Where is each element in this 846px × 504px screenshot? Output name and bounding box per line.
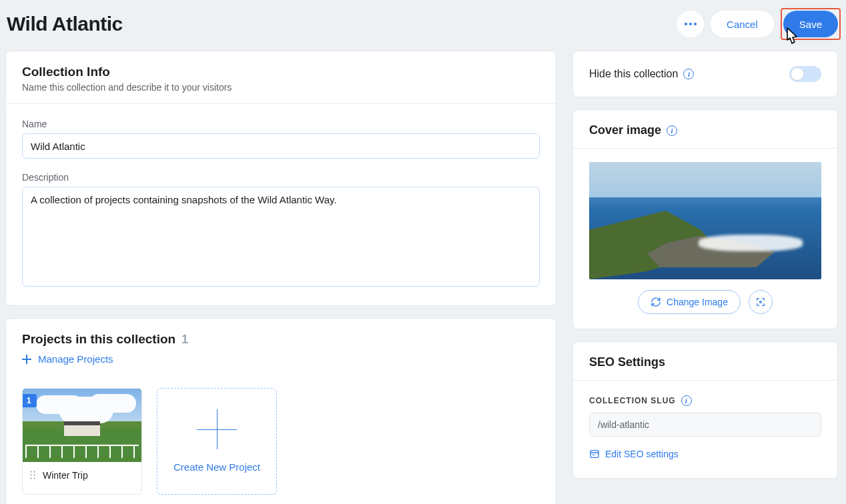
project-order-badge: 1 <box>22 394 37 407</box>
more-actions-button[interactable] <box>677 11 704 37</box>
cover-image-title: Cover image <box>589 123 661 137</box>
hide-collection-label: Hide this collection <box>589 68 678 80</box>
description-textarea[interactable] <box>22 187 540 287</box>
projects-count: 1 <box>181 332 189 346</box>
collection-info-card: Collection Info Name this collection and… <box>5 51 556 306</box>
svg-point-0 <box>760 301 762 303</box>
project-card[interactable]: 1 Winter Trip <box>22 388 142 495</box>
cover-image-card: Cover image i Change Image <box>572 109 838 329</box>
project-name: Winter Trip <box>43 470 88 481</box>
manage-projects-link[interactable]: Manage Projects <box>22 353 113 365</box>
collection-info-title: Collection Info <box>22 65 540 79</box>
info-icon[interactable]: i <box>683 69 694 79</box>
cover-image-preview <box>589 162 821 279</box>
focal-point-button[interactable] <box>749 290 773 314</box>
plus-icon <box>22 355 31 364</box>
page-title: Wild Atlantic <box>7 13 123 35</box>
edit-seo-settings-label: Edit SEO settings <box>605 449 679 459</box>
change-image-label: Change Image <box>667 297 728 307</box>
settings-panel-icon <box>589 449 600 459</box>
seo-settings-card: SEO Settings COLLECTION SLUG i Edit SEO … <box>572 341 838 479</box>
seo-settings-title: SEO Settings <box>589 355 665 369</box>
plus-large-icon <box>197 409 237 449</box>
save-button[interactable]: Save <box>783 11 838 37</box>
info-icon[interactable]: i <box>681 395 692 406</box>
create-new-project-label: Create New Project <box>173 461 260 473</box>
projects-card: Projects in this collection 1 Manage Pro… <box>5 318 556 504</box>
project-thumbnail <box>23 389 141 462</box>
name-input[interactable] <box>22 133 540 159</box>
drag-handle-icon[interactable] <box>29 470 36 481</box>
edit-seo-settings-link[interactable]: Edit SEO settings <box>589 449 679 459</box>
hide-collection-toggle[interactable] <box>789 66 821 82</box>
info-icon[interactable]: i <box>667 125 677 136</box>
ellipsis-icon <box>685 23 697 25</box>
refresh-icon <box>651 297 661 307</box>
change-image-button[interactable]: Change Image <box>638 290 741 314</box>
name-label: Name <box>22 119 540 129</box>
manage-projects-label: Manage Projects <box>38 353 113 365</box>
collection-info-subtitle: Name this collection and describe it to … <box>22 82 540 93</box>
focal-point-icon <box>755 297 766 307</box>
collection-slug-label: COLLECTION SLUG <box>589 396 676 405</box>
description-label: Description <box>22 172 540 183</box>
collection-slug-input[interactable] <box>589 413 821 437</box>
projects-title: Projects in this collection <box>22 332 175 346</box>
svg-rect-1 <box>590 451 598 458</box>
cancel-button[interactable]: Cancel <box>711 11 774 37</box>
create-new-project-button[interactable]: Create New Project <box>157 388 277 495</box>
hide-collection-card: Hide this collection i <box>572 51 838 97</box>
save-highlight: Save <box>781 8 841 40</box>
